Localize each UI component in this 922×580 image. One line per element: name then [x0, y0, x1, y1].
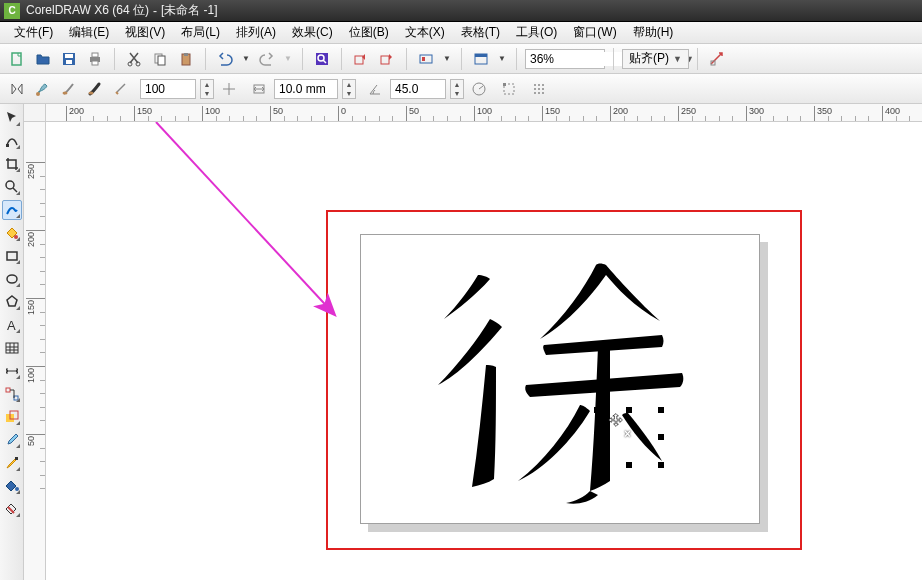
export-button[interactable]: [376, 48, 398, 70]
angle-spinner[interactable]: ▲▼: [450, 79, 464, 99]
menu-layout[interactable]: 布局(L): [173, 22, 228, 43]
svg-line-51: [156, 122, 334, 314]
preset-input[interactable]: [140, 79, 196, 99]
bounding-box-button[interactable]: [498, 78, 520, 100]
selection-handle[interactable]: [594, 407, 600, 413]
menu-bar: 文件(F) 编辑(E) 视图(V) 布局(L) 排列(A) 效果(C) 位图(B…: [0, 22, 922, 44]
grid-snap-button[interactable]: [528, 78, 550, 100]
app-title: CorelDRAW X6 (64 位): [26, 2, 149, 19]
zoom-combo[interactable]: ▼: [525, 49, 605, 69]
copy-button[interactable]: [149, 48, 171, 70]
pressure-button[interactable]: [110, 78, 132, 100]
brush1-button[interactable]: [32, 78, 54, 100]
undo-dd[interactable]: ▼: [240, 48, 252, 70]
doc-title: [未命名 -1]: [161, 2, 218, 19]
svg-rect-0: [12, 53, 21, 65]
undo-button[interactable]: [214, 48, 236, 70]
rectangle-tool[interactable]: [2, 246, 22, 266]
interactive-fill-tool[interactable]: [2, 499, 22, 519]
open-button[interactable]: [32, 48, 54, 70]
effects-tool[interactable]: [2, 407, 22, 427]
ruler-h-tick: 150: [134, 106, 152, 122]
shape-tool[interactable]: [2, 131, 22, 151]
menu-edit[interactable]: 编辑(E): [61, 22, 117, 43]
move-cursor-icon: [608, 412, 628, 432]
svg-point-33: [538, 88, 540, 90]
eyedropper-tool[interactable]: [2, 430, 22, 450]
freehand-tool[interactable]: [2, 200, 22, 220]
svg-rect-41: [7, 252, 17, 260]
svg-point-42: [7, 275, 17, 283]
fullscreen-dd[interactable]: ▼: [496, 48, 508, 70]
menu-tools[interactable]: 工具(O): [508, 22, 565, 43]
width-spinner[interactable]: ▲▼: [342, 79, 356, 99]
menu-view[interactable]: 视图(V): [117, 22, 173, 43]
svg-point-31: [542, 84, 544, 86]
calligraphy-brush-button[interactable]: [84, 78, 106, 100]
cut-button[interactable]: [123, 48, 145, 70]
save-button[interactable]: [58, 48, 80, 70]
angle-circle-icon[interactable]: [468, 78, 490, 100]
ruler-h-tick: 350: [814, 106, 832, 122]
fill-tool[interactable]: [2, 476, 22, 496]
selection-handle[interactable]: [626, 462, 632, 468]
ruler-h-tick: 50: [270, 106, 283, 122]
mirror-h-button[interactable]: [6, 78, 28, 100]
menu-table[interactable]: 表格(T): [453, 22, 508, 43]
ruler-h-tick: 50: [406, 106, 419, 122]
vertical-ruler[interactable]: 25020015010050: [24, 122, 46, 580]
menu-file[interactable]: 文件(F): [6, 22, 61, 43]
menu-effects[interactable]: 效果(C): [284, 22, 341, 43]
zoom-tool[interactable]: [2, 177, 22, 197]
connector-tool[interactable]: [2, 384, 22, 404]
snap-combo[interactable]: 贴齐(P) ▼: [622, 49, 689, 69]
paste-button[interactable]: [175, 48, 197, 70]
outline-tool[interactable]: [2, 453, 22, 473]
crop-tool[interactable]: [2, 154, 22, 174]
menu-help[interactable]: 帮助(H): [625, 22, 682, 43]
table-tool[interactable]: [2, 338, 22, 358]
smart-fill-tool[interactable]: [2, 223, 22, 243]
preset-spinner[interactable]: ▲▼: [200, 79, 214, 99]
angle-input[interactable]: [390, 79, 446, 99]
text-tool[interactable]: A: [2, 315, 22, 335]
search-button[interactable]: [311, 48, 333, 70]
dimension-tool[interactable]: [2, 361, 22, 381]
ruler-v-tick: 250: [26, 162, 46, 181]
publish-button[interactable]: [415, 48, 437, 70]
ruler-h-tick: 150: [542, 106, 560, 122]
new-button[interactable]: [6, 48, 28, 70]
import-button[interactable]: [350, 48, 372, 70]
publish-dd[interactable]: ▼: [441, 48, 453, 70]
redo-dd[interactable]: ▼: [282, 48, 294, 70]
fullscreen-button[interactable]: [470, 48, 492, 70]
svg-rect-49: [15, 457, 18, 460]
ellipse-tool[interactable]: [2, 269, 22, 289]
options-button[interactable]: [706, 48, 728, 70]
polygon-tool[interactable]: [2, 292, 22, 312]
preset-icon[interactable]: [218, 78, 240, 100]
menu-window[interactable]: 窗口(W): [565, 22, 624, 43]
ruler-origin[interactable]: [24, 104, 46, 122]
workspace: A 20015010050050100150200250300350400 25…: [0, 104, 922, 580]
svg-point-30: [538, 84, 540, 86]
redo-button[interactable]: [256, 48, 278, 70]
selection-handle[interactable]: [594, 462, 600, 468]
pick-tool[interactable]: [2, 108, 22, 128]
selection-handle[interactable]: [658, 407, 664, 413]
svg-point-37: [542, 92, 544, 94]
print-button[interactable]: [84, 48, 106, 70]
menu-arrange[interactable]: 排列(A): [228, 22, 284, 43]
svg-point-23: [63, 91, 68, 94]
menu-bitmap[interactable]: 位图(B): [341, 22, 397, 43]
width-icon: [248, 78, 270, 100]
selection-handle[interactable]: [658, 434, 664, 440]
drawing-canvas[interactable]: ×: [46, 122, 922, 580]
menu-text[interactable]: 文本(X): [397, 22, 453, 43]
horizontal-ruler[interactable]: 20015010050050100150200250300350400: [46, 104, 922, 122]
width-input[interactable]: [274, 79, 338, 99]
brush2-button[interactable]: [58, 78, 80, 100]
svg-point-29: [534, 84, 536, 86]
selection-handle[interactable]: [594, 434, 600, 440]
selection-handle[interactable]: [658, 462, 664, 468]
